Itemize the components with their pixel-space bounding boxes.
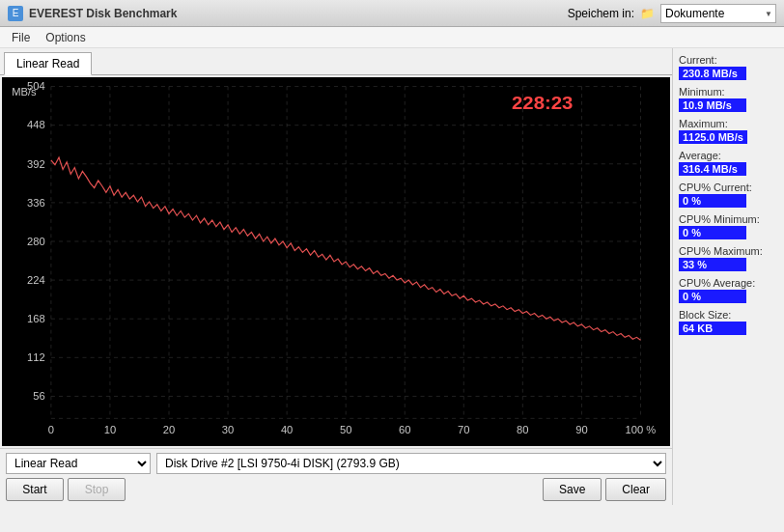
average-label: Average:	[679, 150, 778, 161]
clear-button[interactable]: Clear	[605, 478, 666, 501]
cpu-average-stat: CPU% Average: 0 %	[679, 277, 778, 303]
cpu-minimum-label: CPU% Minimum:	[679, 213, 778, 225]
bottom-controls: Linear Read Disk Drive #2 [LSI 9750-4i D…	[0, 448, 672, 505]
tab-bar: Linear Read	[0, 48, 672, 75]
selectors-row: Linear Read Disk Drive #2 [LSI 9750-4i D…	[6, 453, 666, 474]
current-value: 230.8 MB/s	[679, 67, 746, 80]
svg-text:448: 448	[27, 120, 45, 131]
test-type-select[interactable]: Linear Read	[6, 453, 151, 474]
maximum-value: 1125.0 MB/s	[679, 130, 747, 144]
saveas-area: Speichem in: 📁 Dokumente	[568, 4, 776, 23]
menu-file[interactable]: File	[4, 29, 38, 46]
svg-text:224: 224	[27, 274, 45, 286]
minimum-label: Minimum:	[679, 86, 778, 98]
current-label: Current:	[679, 54, 778, 66]
average-stat: Average: 316.4 MB/s	[679, 150, 778, 176]
svg-text:80: 80	[517, 424, 528, 435]
svg-text:40: 40	[281, 424, 293, 435]
chart-svg: 504 448 392 336 280 224 168 112 56 MB/s …	[2, 77, 670, 446]
stop-button[interactable]: Stop	[68, 478, 126, 501]
stats-panel: Current: 230.8 MB/s Minimum: 10.9 MB/s M…	[673, 48, 784, 505]
svg-text:70: 70	[458, 424, 469, 435]
average-value: 316.4 MB/s	[679, 162, 746, 176]
cpu-average-value: 0 %	[679, 290, 746, 303]
tab-linear-read[interactable]: Linear Read	[4, 52, 92, 75]
svg-text:90: 90	[575, 424, 587, 435]
left-panel: Linear Read	[0, 48, 673, 505]
svg-text:228:23: 228:23	[512, 93, 573, 113]
maximum-stat: Maximum: 1125.0 MB/s	[679, 118, 778, 144]
buttons-row: Start Stop Save Clear	[6, 478, 666, 501]
minimum-value: 10.9 MB/s	[679, 98, 746, 112]
cpu-minimum-value: 0 %	[679, 226, 746, 239]
right-buttons: Save Clear	[543, 478, 666, 501]
svg-text:10: 10	[104, 424, 116, 435]
svg-text:0: 0	[48, 424, 54, 435]
svg-text:56: 56	[33, 391, 44, 403]
maximum-label: Maximum:	[679, 118, 778, 129]
block-size-stat: Block Size: 64 KB	[679, 309, 778, 335]
saveas-dropdown-wrap[interactable]: Dokumente	[660, 4, 776, 23]
block-size-value: 64 KB	[679, 322, 746, 335]
svg-text:336: 336	[27, 197, 45, 209]
app-title: EVEREST Disk Benchmark	[29, 7, 177, 20]
cpu-average-label: CPU% Average:	[679, 277, 778, 289]
main-container: Linear Read	[0, 48, 784, 505]
svg-rect-0	[2, 77, 670, 446]
cpu-current-value: 0 %	[679, 194, 746, 208]
saveas-label: Speichem in:	[568, 7, 634, 20]
svg-text:112: 112	[27, 351, 45, 363]
svg-text:392: 392	[27, 158, 45, 170]
svg-text:100 %: 100 %	[626, 424, 657, 435]
cpu-minimum-stat: CPU% Minimum: 0 %	[679, 213, 778, 239]
block-size-label: Block Size:	[679, 309, 778, 321]
current-stat: Current: 230.8 MB/s	[679, 54, 778, 80]
minimum-stat: Minimum: 10.9 MB/s	[679, 86, 778, 112]
saveas-select[interactable]: Dokumente	[660, 4, 776, 23]
title-bar: E EVEREST Disk Benchmark Speichem in: 📁 …	[0, 0, 784, 27]
app-icon: E	[8, 6, 23, 21]
menu-bar: File Options	[0, 27, 784, 48]
chart-area: 504 448 392 336 280 224 168 112 56 MB/s …	[2, 77, 670, 446]
svg-text:280: 280	[27, 236, 45, 247]
saveas-folder-icon: 📁	[640, 7, 655, 20]
menu-options[interactable]: Options	[38, 29, 93, 46]
svg-text:50: 50	[340, 424, 351, 435]
svg-text:60: 60	[399, 424, 410, 435]
cpu-current-stat: CPU% Current: 0 %	[679, 182, 778, 208]
save-button[interactable]: Save	[543, 478, 602, 501]
svg-text:MB/s: MB/s	[12, 86, 37, 98]
svg-text:168: 168	[27, 313, 45, 324]
cpu-maximum-value: 33 %	[679, 258, 746, 271]
svg-text:30: 30	[222, 424, 234, 435]
start-button[interactable]: Start	[6, 478, 64, 501]
cpu-maximum-label: CPU% Maximum:	[679, 245, 778, 257]
left-buttons: Start Stop	[6, 478, 126, 501]
svg-text:20: 20	[163, 424, 175, 435]
cpu-maximum-stat: CPU% Maximum: 33 %	[679, 245, 778, 271]
cpu-current-label: CPU% Current:	[679, 182, 778, 193]
disk-select[interactable]: Disk Drive #2 [LSI 9750-4i DISK] (2793.9…	[156, 453, 666, 474]
